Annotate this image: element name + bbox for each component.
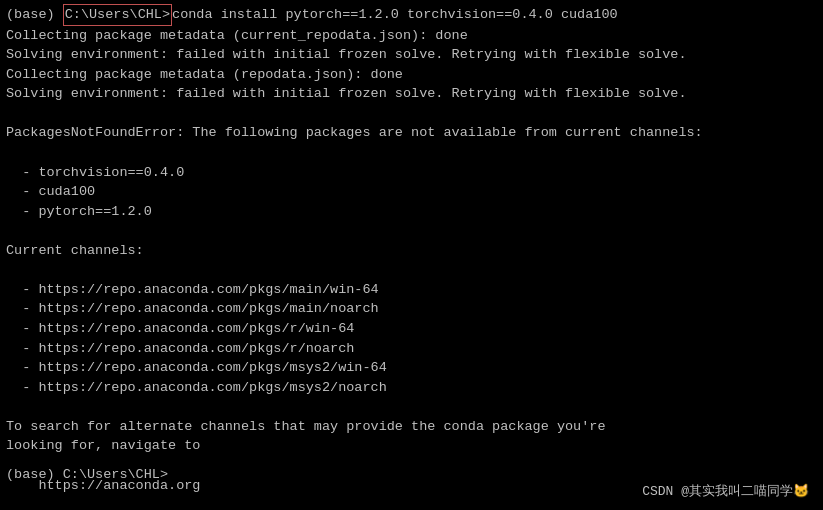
output-line: - https://repo.anaconda.com/pkgs/msys2/n…: [6, 378, 817, 398]
output-line: PackagesNotFoundError: The following pac…: [6, 123, 817, 143]
output-line: - torchvision==0.4.0: [6, 163, 817, 183]
output-line: [6, 143, 817, 163]
output-line: - https://repo.anaconda.com/pkgs/r/noarc…: [6, 339, 817, 359]
output-line: [6, 397, 817, 417]
output-line: - https://repo.anaconda.com/pkgs/main/wi…: [6, 280, 817, 300]
output-line: - https://repo.anaconda.com/pkgs/main/no…: [6, 299, 817, 319]
prompt-base-prefix: (base): [6, 5, 63, 25]
output-line: To search for alternate channels that ma…: [6, 417, 817, 437]
bottom-prompt: (base) C:\Users\CHL>: [6, 467, 168, 482]
output-line: [6, 260, 817, 280]
output-line: - cuda100: [6, 182, 817, 202]
output-line: Collecting package metadata (current_rep…: [6, 26, 817, 46]
terminal-window: (base) C:\Users\CHL>conda install pytorc…: [0, 0, 823, 510]
watermark-text: CSDN @其实我叫二喵同学🐱: [642, 482, 809, 500]
command-line: (base) C:\Users\CHL>conda install pytorc…: [6, 4, 817, 26]
output-line: [6, 104, 817, 124]
output-line: Solving environment: failed with initial…: [6, 84, 817, 104]
prompt-path: C:\Users\CHL>: [63, 4, 172, 26]
output-line: - https://repo.anaconda.com/pkgs/msys2/w…: [6, 358, 817, 378]
output-line: - pytorch==1.2.0: [6, 202, 817, 222]
output-line: Current channels:: [6, 241, 817, 261]
output-line: - https://repo.anaconda.com/pkgs/r/win-6…: [6, 319, 817, 339]
output-line: looking for, navigate to: [6, 436, 817, 456]
command-text: conda install pytorch==1.2.0 torchvision…: [172, 5, 618, 25]
output-line: Collecting package metadata (repodata.js…: [6, 65, 817, 85]
output-line: [6, 221, 817, 241]
output-area: Collecting package metadata (current_rep…: [6, 26, 817, 510]
output-line: Solving environment: failed with initial…: [6, 45, 817, 65]
